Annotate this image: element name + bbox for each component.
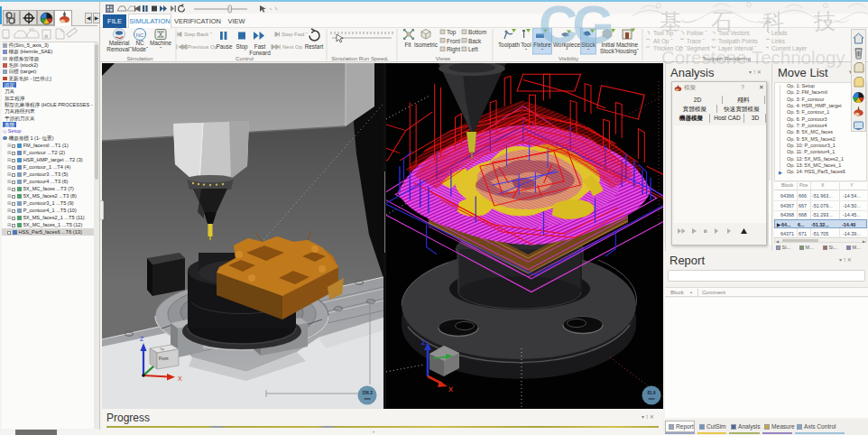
svg-text:Previous Op: Previous Op — [188, 44, 218, 50]
svg-text:Initial: Initial — [602, 42, 615, 48]
svg-text:Thicken Op ˇ: Thicken Op ˇ — [653, 45, 687, 52]
svg-text:Control: Control — [235, 55, 254, 61]
svg-text:Fit: Fit — [404, 42, 411, 48]
svg-text:Tool: Tool — [521, 42, 531, 48]
svg-text:Step Back ˇ: Step Back ˇ — [184, 32, 212, 37]
svg-text:Views: Views — [436, 55, 450, 61]
svg-text:Toolpath: Toolpath — [498, 42, 521, 49]
svg-text:All Op ˇ: All Op ˇ — [653, 38, 673, 45]
svg-text:Segment ˇ: Segment ˇ — [687, 45, 714, 52]
svg-text:Tool Tip ˇ: Tool Tip ˇ — [653, 30, 678, 37]
svg-text:ˇ: ˇ — [160, 46, 162, 52]
svg-text:Tool Vectors: Tool Vectors — [718, 30, 750, 36]
svg-text:Front: Front — [159, 356, 169, 361]
svg-text:Visibility: Visibility — [559, 55, 579, 61]
svg-text:Simulation Run Speed: Simulation Run Speed — [331, 55, 387, 61]
svg-text:Stop: Stop — [235, 43, 248, 51]
svg-text:81.6: 81.6 — [648, 391, 656, 395]
svg-text:Machine: Machine — [616, 42, 639, 48]
svg-text:Stock: Stock — [581, 42, 596, 48]
svg-text:Isometric: Isometric — [414, 42, 439, 48]
svg-text:Top: Top — [447, 29, 457, 36]
svg-text:Removalˇ: Removalˇ — [106, 46, 132, 52]
svg-text:NC: NC — [136, 32, 144, 38]
svg-text:Front: Front — [447, 38, 460, 44]
svg-text:Stockˇ: Stockˇ — [600, 48, 617, 54]
svg-text:156.3: 156.3 — [362, 391, 373, 395]
svg-text:Follow ˇ: Follow ˇ — [687, 30, 707, 36]
svg-text:Pause: Pause — [216, 43, 233, 50]
svg-text:Layer Interval ˇ: Layer Interval ˇ — [718, 45, 757, 52]
svg-text:Machine: Machine — [150, 40, 172, 46]
svg-text:⌄: ⌄ — [385, 56, 389, 61]
svg-text:Trace ˇ: Trace ˇ — [687, 38, 706, 44]
svg-text:NC: NC — [135, 40, 144, 46]
svg-text:Housingˇ: Housingˇ — [615, 48, 639, 55]
svg-text:Fixture: Fixture — [533, 42, 551, 48]
svg-text:ˇ: ˇ — [525, 48, 528, 54]
svg-text:Leads: Leads — [771, 30, 787, 36]
svg-text:Simulation: Simulation — [127, 55, 153, 61]
svg-text:Toolpath Rendering: Toolpath Rendering — [702, 55, 751, 61]
svg-text:Current Layer: Current Layer — [771, 45, 808, 52]
svg-text:Fast: Fast — [254, 43, 266, 50]
svg-text:Restart: Restart — [305, 43, 324, 50]
svg-text:Top: Top — [160, 347, 164, 351]
svg-text:Back: Back — [468, 38, 482, 44]
svg-text:Z: Z — [421, 338, 426, 347]
svg-text:Z: Z — [140, 336, 144, 342]
svg-text:Modeˇ: Modeˇ — [132, 46, 149, 52]
svg-text:Toolpath Points: Toolpath Points — [718, 38, 758, 45]
svg-text:X: X — [448, 385, 453, 393]
svg-text:mm: mm — [648, 396, 655, 401]
svg-text:Links: Links — [771, 38, 785, 44]
svg-text:Material: Material — [109, 40, 130, 46]
svg-text:mm: mm — [364, 396, 371, 401]
svg-text:ˇ: ˇ — [566, 48, 568, 54]
svg-text:X: X — [178, 375, 182, 382]
svg-text:Bottom: Bottom — [468, 29, 486, 35]
svg-text:Left: Left — [468, 46, 478, 52]
svg-text:Right: Right — [447, 46, 460, 53]
svg-text:Step Fwd ˇ: Step Fwd ˇ — [282, 32, 308, 37]
svg-text:Next Op: Next Op — [282, 44, 303, 50]
